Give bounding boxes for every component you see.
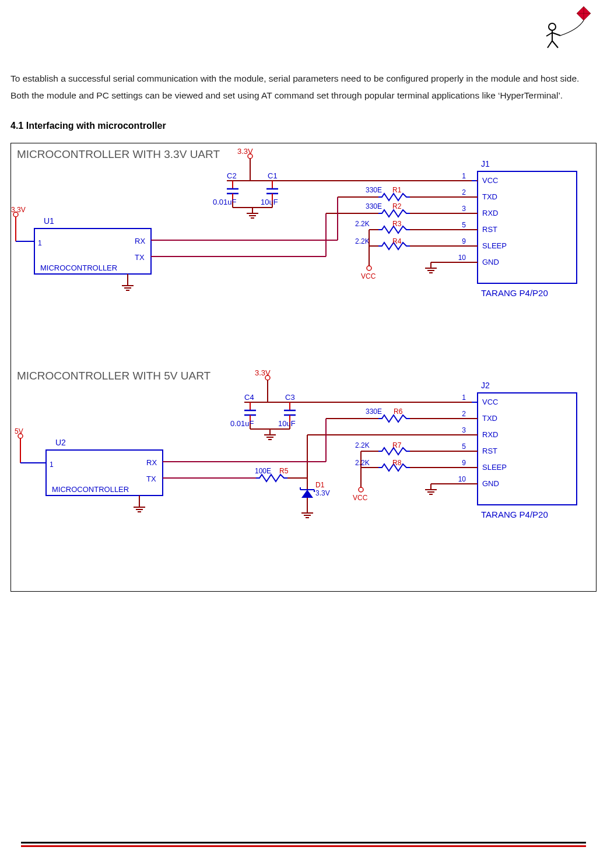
svg-text:TX: TX [135, 253, 145, 262]
svg-text:RX: RX [146, 458, 157, 467]
svg-text:VCC: VCC [361, 272, 376, 280]
svg-text:MICROCONTROLLER WITH 5V UART: MICROCONTROLLER WITH 5V UART [17, 370, 211, 382]
section-heading: 4.1 Interfacing with microcontroller [10, 117, 607, 135]
svg-text:1: 1 [50, 461, 54, 469]
svg-text:10: 10 [458, 475, 466, 483]
svg-marker-148 [301, 490, 313, 498]
svg-text:1: 1 [462, 172, 466, 180]
svg-text:330E: 330E [366, 186, 382, 194]
svg-text:MICROCONTROLLER: MICROCONTROLLER [52, 485, 129, 494]
footer-divider [21, 842, 586, 847]
svg-text:J1: J1 [481, 159, 490, 168]
svg-text:MICROCONTROLLER WITH 3.3V UART: MICROCONTROLLER WITH 3.3V UART [17, 148, 220, 160]
svg-text:2: 2 [462, 410, 466, 418]
svg-text:RXD: RXD [482, 209, 498, 217]
svg-text:5: 5 [462, 221, 466, 229]
svg-text:D1: D1 [315, 481, 325, 489]
svg-text:TXD: TXD [482, 192, 497, 201]
svg-text:RXD: RXD [482, 430, 498, 439]
kite-logo-icon [543, 3, 595, 56]
svg-text:3.3V: 3.3V [237, 147, 253, 156]
svg-text:U1: U1 [44, 216, 54, 226]
svg-text:9: 9 [462, 237, 466, 245]
svg-text:RST: RST [482, 225, 497, 234]
svg-text:5V: 5V [15, 427, 23, 435]
svg-text:TX: TX [146, 475, 156, 483]
svg-line-5 [546, 33, 552, 36]
svg-point-3 [549, 23, 556, 30]
svg-text:330E: 330E [366, 202, 382, 210]
svg-text:2: 2 [462, 188, 466, 196]
svg-line-8 [552, 41, 558, 48]
svg-text:2.2K: 2.2K [355, 441, 370, 449]
intro-paragraph: To establish a successful serial communi… [10, 70, 597, 104]
svg-text:R4: R4 [392, 237, 402, 245]
svg-text:GND: GND [482, 479, 499, 488]
svg-text:SLEEP: SLEEP [482, 463, 507, 472]
svg-text:10uF: 10uF [278, 419, 296, 428]
svg-text:R8: R8 [392, 459, 402, 467]
svg-text:C2: C2 [227, 171, 237, 180]
svg-text:3: 3 [462, 426, 466, 434]
svg-text:R3: R3 [392, 220, 402, 228]
svg-text:R5: R5 [279, 467, 289, 475]
svg-text:R6: R6 [394, 407, 403, 416]
svg-text:RST: RST [482, 447, 497, 455]
schematic-figure: MICROCONTROLLER WITH 3.3V UART 3.3V C2 0… [10, 143, 597, 592]
svg-text:1: 1 [38, 239, 42, 247]
svg-text:RX: RX [135, 237, 145, 245]
svg-text:C1: C1 [268, 171, 278, 180]
svg-text:2.2K: 2.2K [355, 237, 370, 245]
svg-text:MICROCONTROLLER: MICROCONTROLLER [40, 263, 117, 272]
svg-text:9: 9 [462, 459, 466, 467]
svg-text:TARANG P4/P20: TARANG P4/P20 [481, 509, 548, 519]
svg-text:5: 5 [462, 442, 466, 451]
svg-text:R1: R1 [392, 186, 402, 194]
svg-text:10uF: 10uF [261, 198, 278, 206]
svg-text:10: 10 [458, 254, 466, 262]
svg-text:3.3V: 3.3V [255, 368, 271, 377]
svg-text:VCC: VCC [482, 176, 498, 185]
svg-text:U2: U2 [55, 438, 66, 447]
svg-text:100E: 100E [255, 467, 271, 475]
svg-text:330E: 330E [366, 407, 382, 416]
svg-text:VCC: VCC [353, 494, 368, 502]
svg-text:C3: C3 [285, 393, 295, 402]
svg-text:C4: C4 [244, 393, 254, 402]
svg-text:2.2K: 2.2K [355, 220, 370, 228]
svg-text:1: 1 [462, 393, 466, 402]
svg-text:3: 3 [462, 205, 466, 213]
svg-text:VCC: VCC [482, 398, 498, 406]
svg-text:2.2K: 2.2K [355, 459, 370, 467]
svg-text:TXD: TXD [482, 414, 497, 423]
svg-text:3.3V: 3.3V [11, 206, 26, 214]
svg-text:R2: R2 [392, 202, 402, 210]
svg-text:R7: R7 [392, 441, 402, 449]
svg-text:GND: GND [482, 258, 499, 266]
svg-text:TARANG P4/P20: TARANG P4/P20 [481, 288, 548, 298]
svg-text:J2: J2 [481, 381, 490, 390]
svg-line-7 [548, 41, 552, 48]
svg-text:3.3V: 3.3V [315, 489, 330, 497]
svg-text:SLEEP: SLEEP [482, 241, 507, 250]
svg-line-6 [552, 33, 560, 36]
